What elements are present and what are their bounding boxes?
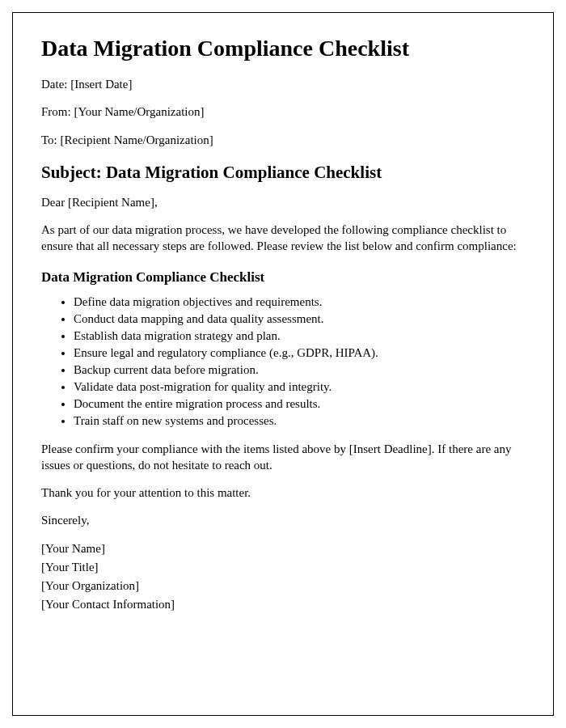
list-item: Validate data post-migration for quality… bbox=[74, 379, 525, 396]
signoff: Sincerely, bbox=[41, 512, 525, 528]
list-item: Ensure legal and regulatory compliance (… bbox=[74, 345, 525, 362]
list-item: Document the entire migration process an… bbox=[74, 396, 525, 413]
intro-paragraph: As part of our data migration process, w… bbox=[41, 222, 525, 255]
list-item: Backup current data before migration. bbox=[74, 362, 525, 379]
signature-organization: [Your Organization] bbox=[41, 578, 525, 595]
signature-name: [Your Name] bbox=[41, 540, 525, 557]
list-item: Establish data migration strategy and pl… bbox=[74, 328, 525, 345]
closing-request: Please confirm your compliance with the … bbox=[41, 441, 525, 474]
list-item: Train staff on new systems and processes… bbox=[74, 413, 525, 430]
signature-contact: [Your Contact Information] bbox=[41, 596, 525, 613]
list-item: Conduct data mapping and data quality as… bbox=[74, 311, 525, 328]
from-line: From: [Your Name/Organization] bbox=[41, 104, 525, 120]
list-item: Define data migration objectives and req… bbox=[74, 294, 525, 311]
page-title: Data Migration Compliance Checklist bbox=[41, 36, 525, 61]
thanks-line: Thank you for your attention to this mat… bbox=[41, 485, 525, 501]
signature-block: [Your Name] [Your Title] [Your Organizat… bbox=[41, 540, 525, 613]
document-page: Data Migration Compliance Checklist Date… bbox=[12, 12, 554, 716]
date-line: Date: [Insert Date] bbox=[41, 76, 525, 92]
to-line: To: [Recipient Name/Organization] bbox=[41, 132, 525, 148]
subject-heading: Subject: Data Migration Compliance Check… bbox=[41, 163, 525, 183]
signature-title: [Your Title] bbox=[41, 559, 525, 576]
checklist-list: Define data migration objectives and req… bbox=[41, 294, 525, 430]
salutation: Dear [Recipient Name], bbox=[41, 194, 525, 210]
checklist-heading: Data Migration Compliance Checklist bbox=[41, 269, 525, 286]
